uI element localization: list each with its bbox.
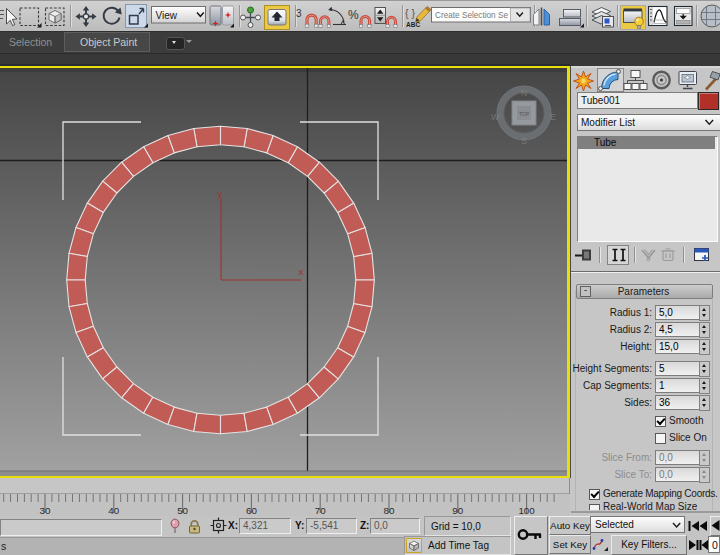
svg-text:90: 90	[452, 505, 463, 516]
svg-text:%: %	[348, 8, 359, 22]
svg-text:Create Selection Se: Create Selection Se	[435, 10, 508, 20]
svg-text:40: 40	[108, 505, 119, 516]
svg-text:60: 60	[246, 505, 257, 516]
svg-text:S: S	[521, 136, 527, 146]
svg-text:3: 3	[296, 8, 302, 19]
svg-text:70: 70	[315, 505, 326, 516]
svg-text:100: 100	[518, 505, 535, 516]
svg-text:E: E	[550, 112, 556, 122]
svg-text:x: x	[299, 266, 304, 277]
svg-text:{ }: { }	[405, 7, 415, 19]
svg-text:y: y	[218, 188, 223, 199]
svg-text:N: N	[521, 88, 527, 98]
svg-text:W: W	[491, 112, 499, 122]
svg-text:50: 50	[177, 505, 188, 516]
svg-text:80: 80	[384, 505, 395, 516]
svg-text:TOP: TOP	[519, 111, 530, 117]
svg-text:30: 30	[40, 505, 51, 516]
svg-text:View: View	[156, 10, 178, 21]
svg-text:ABC: ABC	[406, 21, 420, 28]
